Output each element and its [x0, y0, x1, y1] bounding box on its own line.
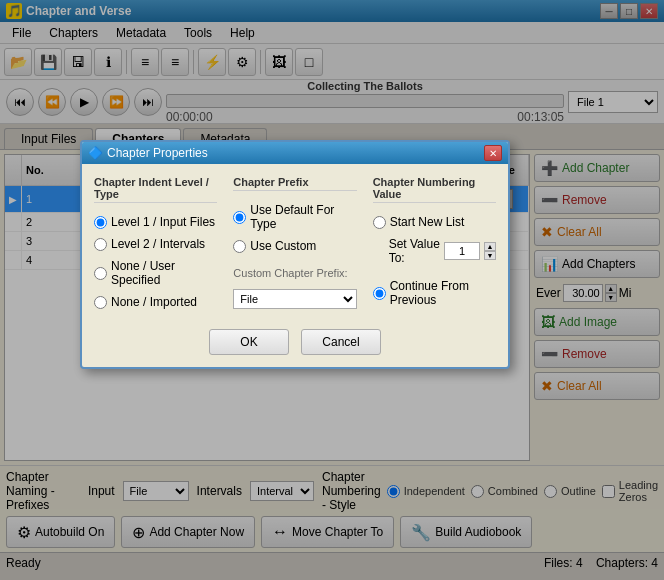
radio-use-custom-label: Use Custom: [250, 239, 316, 253]
radio-none-imported: None / Imported: [94, 295, 217, 309]
radio-use-custom-input[interactable]: [233, 240, 246, 253]
modal-icon: 🔷: [88, 146, 103, 160]
radio-level1: Level 1 / Input Files: [94, 215, 217, 229]
radio-start-new-label: Start New List: [390, 215, 465, 229]
indent-section-title: Chapter Indent Level / Type: [94, 176, 217, 203]
modal-title: Chapter Properties: [107, 146, 208, 160]
radio-none-user: None / User Specified: [94, 259, 217, 287]
radio-level1-input[interactable]: [94, 216, 107, 229]
radio-level2: Level 2 / Intervals: [94, 237, 217, 251]
modal-overlay: 🔷 Chapter Properties ✕ Chapter Indent Le…: [0, 0, 664, 580]
modal-cancel-button[interactable]: Cancel: [301, 329, 381, 355]
radio-use-default: Use Default For Type: [233, 203, 356, 231]
radio-continue-previous-label: Continue From Previous: [390, 279, 496, 307]
modal-title-bar: 🔷 Chapter Properties ✕: [82, 142, 508, 164]
radio-start-new-input[interactable]: [373, 216, 386, 229]
modal-content: Chapter Indent Level / Type Level 1 / In…: [82, 164, 508, 321]
set-value-spin-down[interactable]: ▼: [484, 251, 496, 260]
radio-continue-previous: Continue From Previous: [373, 279, 496, 307]
radio-none-user-input[interactable]: [94, 267, 107, 280]
custom-prefix-select[interactable]: File Chapter Track: [233, 289, 356, 309]
radio-level2-label: Level 2 / Intervals: [111, 237, 205, 251]
modal-prefix-column: Chapter Prefix Use Default For Type Use …: [233, 176, 356, 309]
set-value-label: Set Value To:: [389, 237, 440, 265]
modal-ok-button[interactable]: OK: [209, 329, 289, 355]
radio-level2-input[interactable]: [94, 238, 107, 251]
radio-none-imported-input[interactable]: [94, 296, 107, 309]
radio-none-imported-label: None / Imported: [111, 295, 197, 309]
chapter-properties-modal: 🔷 Chapter Properties ✕ Chapter Indent Le…: [80, 140, 510, 369]
modal-numbering-column: Chapter Numbering Value Start New List S…: [373, 176, 496, 309]
radio-start-new: Start New List: [373, 215, 496, 229]
radio-use-default-input[interactable]: [233, 211, 246, 224]
set-value-spin-up[interactable]: ▲: [484, 242, 496, 251]
set-value-row: Set Value To: ▲ ▼: [389, 237, 496, 265]
modal-close-button[interactable]: ✕: [484, 145, 502, 161]
numbering-section-title: Chapter Numbering Value: [373, 176, 496, 203]
modal-buttons: OK Cancel: [82, 321, 508, 367]
radio-continue-previous-input[interactable]: [373, 287, 386, 300]
custom-prefix-label: Custom Chapter Prefix:: [233, 267, 356, 279]
radio-use-custom: Use Custom: [233, 239, 356, 253]
prefix-section-title: Chapter Prefix: [233, 176, 356, 191]
radio-use-default-label: Use Default For Type: [250, 203, 356, 231]
modal-indent-column: Chapter Indent Level / Type Level 1 / In…: [94, 176, 217, 309]
radio-none-user-label: None / User Specified: [111, 259, 217, 287]
radio-level1-label: Level 1 / Input Files: [111, 215, 215, 229]
set-value-input[interactable]: [444, 242, 480, 260]
